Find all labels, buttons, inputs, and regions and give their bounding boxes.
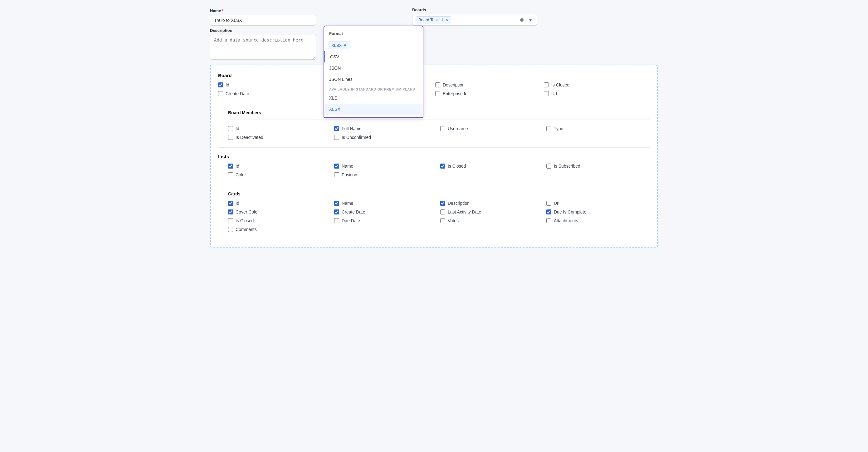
cards-last-activity-date-label: Last Activity Date (448, 209, 481, 214)
name-input[interactable] (210, 15, 316, 26)
cards-description-checkbox[interactable] (440, 201, 445, 206)
dropdown-item-json-lines-label: JSON Lines (329, 77, 352, 82)
cards-attachments-label: Attachments (554, 218, 578, 223)
cards-field-cover-color: Cover Color (228, 209, 332, 214)
board-enterprise-id-label: Enterprise Id (443, 91, 467, 96)
cards-field-name: Name (334, 201, 438, 206)
cards-name-checkbox[interactable] (334, 201, 339, 206)
cards-due-date-checkbox[interactable] (334, 218, 339, 223)
cards-due-date-label: Due Date (342, 218, 360, 223)
bm-full-name-checkbox[interactable] (334, 126, 339, 131)
bm-field-is-unconfirmed: Is Unconfirmed (334, 135, 438, 140)
cards-attachments-checkbox[interactable] (546, 218, 551, 223)
lists-id-checkbox[interactable] (228, 163, 233, 169)
board-description-label: Description (443, 82, 465, 87)
lists-section-title: Lists (218, 154, 650, 159)
board-field-url: Url (544, 91, 650, 96)
boards-selector[interactable]: Board Test 11 ✕ ⊗ ▼ (412, 14, 537, 26)
columns-section: Board Id Name Description Is Closed (210, 65, 658, 247)
board-fields-grid: Id Name Description Is Closed Creat (218, 82, 650, 96)
cards-votes-label: Votes (448, 218, 459, 223)
boards-selector-controls: ⊗ ▼ (519, 16, 533, 23)
board-is-closed-checkbox[interactable] (544, 82, 549, 87)
bm-is-unconfirmed-checkbox[interactable] (334, 135, 339, 140)
cards-field-due-is-complete: Due Is Complete (546, 209, 650, 214)
lists-is-closed-checkbox[interactable] (440, 163, 445, 169)
dropdown-item-csv[interactable]: CSV (324, 51, 423, 62)
cards-section-title: Cards (228, 191, 650, 197)
board-enterprise-id-checkbox[interactable] (435, 91, 440, 96)
lists-color-checkbox[interactable] (228, 172, 233, 177)
board-field-is-closed: Is Closed (544, 82, 650, 87)
lists-name-checkbox[interactable] (334, 163, 339, 169)
board-description-checkbox[interactable] (435, 82, 440, 87)
bm-is-unconfirmed-label: Is Unconfirmed (342, 135, 371, 140)
cards-section: Cards Id Name Description Url (218, 185, 650, 232)
bm-username-checkbox[interactable] (440, 126, 445, 131)
board-url-checkbox[interactable] (544, 91, 549, 96)
cards-url-checkbox[interactable] (546, 201, 551, 206)
cards-field-is-closed: Is Closed (228, 218, 332, 223)
cards-name-label: Name (342, 201, 353, 206)
cards-id-checkbox[interactable] (228, 201, 233, 206)
cards-is-closed-checkbox[interactable] (228, 218, 233, 223)
cards-field-comments: Comments (228, 227, 332, 232)
cards-create-date-label: Create Date (342, 209, 365, 214)
dropdown-item-json[interactable]: JSON (324, 62, 423, 74)
lists-field-color: Color (228, 172, 332, 177)
cards-fields-grid: Id Name Description Url Cover Color (228, 201, 650, 232)
boards-clear-icon[interactable]: ⊗ (519, 16, 525, 23)
board-tag-label: Board Test 11 (418, 18, 443, 22)
bm-field-id: Id (228, 126, 332, 131)
dropdown-item-xls[interactable]: XLS (324, 92, 423, 103)
xlsx-chevron-icon: ▼ (343, 43, 347, 48)
middle-form-row: Description (210, 28, 658, 60)
lists-is-subscribed-checkbox[interactable] (546, 163, 551, 169)
lists-position-label: Position (342, 172, 357, 177)
lists-field-is-subscribed: Is Subscribed (546, 163, 650, 169)
lists-fields-grid: Id Name Is Closed Is Subscribed Color (228, 163, 650, 177)
board-tag-remove[interactable]: ✕ (445, 18, 448, 22)
board-create-date-label: Create Date (225, 91, 249, 96)
board-id-checkbox[interactable] (218, 82, 223, 87)
board-tag: Board Test 11 ✕ (415, 16, 451, 23)
format-dropdown-menu: Format XLSX ▼ CSV JSON JSON Lines AVAILA… (323, 26, 424, 118)
bm-field-is-deactivated: Is Deactivated (228, 135, 332, 140)
cards-cover-color-checkbox[interactable] (228, 209, 233, 214)
dropdown-item-json-lines[interactable]: JSON Lines (324, 74, 423, 85)
xlsx-badge[interactable]: XLSX ▼ (328, 41, 350, 49)
boards-selector-divider (526, 18, 526, 23)
lists-position-checkbox[interactable] (334, 172, 339, 177)
boards-group: Boards Board Test 11 ✕ ⊗ ▼ (412, 7, 537, 26)
bm-id-checkbox[interactable] (228, 126, 233, 131)
cards-due-is-complete-checkbox[interactable] (546, 209, 551, 214)
bm-type-checkbox[interactable] (546, 126, 551, 131)
cards-comments-checkbox[interactable] (228, 227, 233, 232)
board-section: Board Id Name Description Is Closed (218, 73, 650, 96)
dropdown-item-xlsx[interactable]: XLSX (324, 103, 423, 115)
cards-create-date-checkbox[interactable] (334, 209, 339, 214)
cards-cover-color-label: Cover Color (236, 209, 259, 214)
cards-field-last-activity-date: Last Activity Date (440, 209, 544, 214)
board-members-fields-grid: Id Full Name Username Type Is Deactivate… (228, 120, 650, 140)
board-field-enterprise-id: Enterprise Id (435, 91, 541, 96)
xlsx-badge-label: XLSX (331, 43, 342, 48)
board-field-create-date: Create Date (218, 91, 324, 96)
description-input[interactable] (210, 35, 316, 60)
boards-label: Boards (412, 7, 537, 12)
bm-field-username: Username (440, 126, 544, 131)
lists-field-id: Id (228, 163, 332, 169)
cards-votes-checkbox[interactable] (440, 218, 445, 223)
page-container: Name* Format XLSX ▼ CSV JSON (200, 0, 668, 255)
cards-is-closed-label: Is Closed (236, 218, 254, 223)
description-group: Description (210, 28, 316, 60)
board-create-date-checkbox[interactable] (218, 91, 223, 96)
lists-name-label: Name (342, 163, 353, 169)
lists-is-subscribed-label: Is Subscribed (554, 163, 580, 169)
format-dropdown-title: Format (324, 29, 423, 40)
cards-last-activity-date-checkbox[interactable] (440, 209, 445, 214)
bm-is-deactivated-checkbox[interactable] (228, 135, 233, 140)
boards-chevron-icon[interactable]: ▼ (527, 17, 533, 23)
name-label: Name* (210, 8, 316, 13)
board-section-title: Board (218, 73, 650, 78)
